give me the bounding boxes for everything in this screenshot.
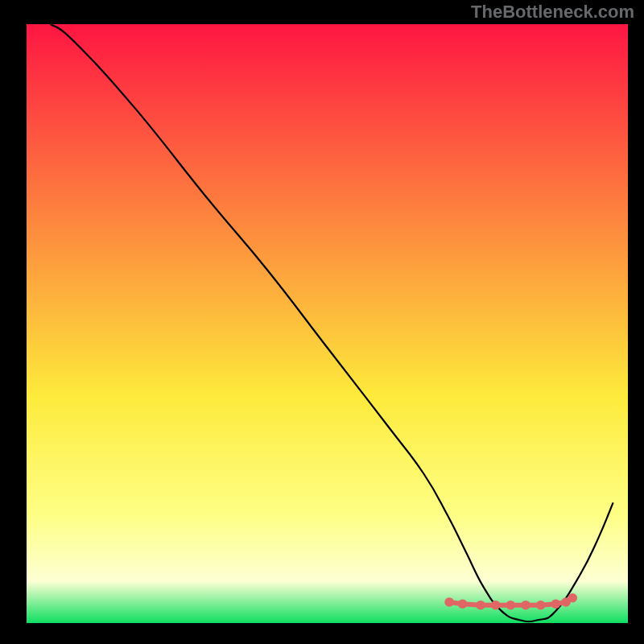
highlight-dot	[491, 601, 501, 610]
chart-svg	[0, 0, 644, 644]
highlight-dot	[521, 601, 530, 610]
highlight-dot	[536, 601, 546, 610]
highlight-dot	[476, 601, 485, 610]
chart-stage: { "watermark": { "text": "TheBottleneck.…	[0, 0, 644, 644]
highlight-dot	[458, 599, 468, 609]
highlight-dot	[444, 597, 454, 607]
highlight-dot	[551, 599, 561, 609]
watermark-text: TheBottleneck.com	[471, 2, 634, 23]
gradient-plot-area	[27, 24, 628, 623]
highlight-dot	[506, 601, 516, 610]
highlight-dot	[568, 593, 577, 603]
